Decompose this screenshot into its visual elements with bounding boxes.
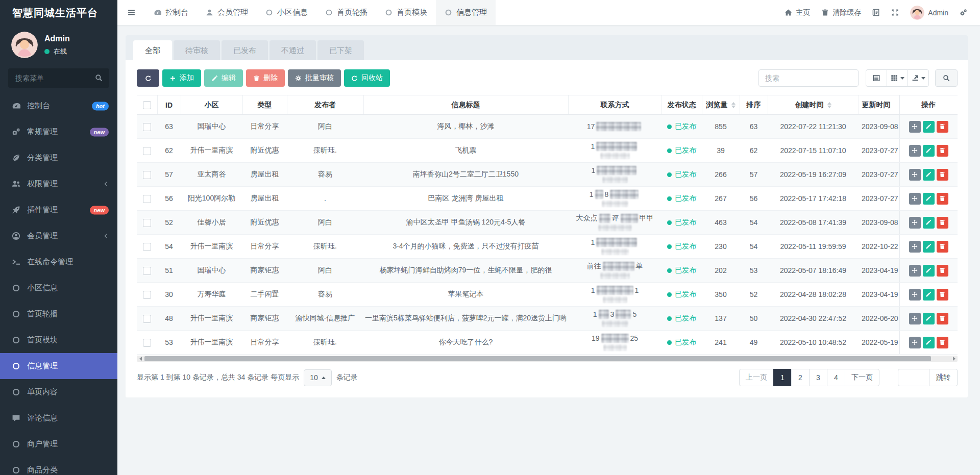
sidebar-item-14[interactable]: 商品分类 [0,457,117,475]
topnav-item-3[interactable]: 首页轮播 [316,0,376,25]
pagination-prev[interactable]: 上一页 [739,369,774,386]
topbar-admin-user[interactable]: Admin [904,0,954,25]
add-button[interactable]: 添加 [162,69,201,87]
sidebar-item-9[interactable]: 首页模块 [0,327,117,353]
column-header-10[interactable]: 创建时间 [768,95,859,115]
row-checkbox[interactable] [143,123,151,131]
row-edit-button[interactable] [923,265,935,277]
topbar-clear-cache[interactable]: 清除缓存 [816,0,867,25]
scrollbar-thumb[interactable] [144,356,931,361]
row-checkbox[interactable] [143,339,151,347]
topbar-docs[interactable] [867,0,886,25]
refresh-button[interactable] [137,69,159,87]
search-button[interactable] [935,69,958,87]
tab-all[interactable]: 全部 [133,40,172,60]
pagination-page-2[interactable]: 2 [791,369,810,386]
row-edit-button[interactable] [923,145,935,157]
sidebar-item-5[interactable]: 会员管理 [0,223,117,249]
scroll-right-arrow[interactable] [950,356,958,362]
sidebar-item-3[interactable]: 权限管理 [0,171,117,197]
row-move-button[interactable] [909,265,921,277]
detail-view-button[interactable] [866,69,887,87]
select-all-checkbox[interactable] [143,101,151,109]
pagination-page-3[interactable]: 3 [809,369,827,386]
row-checkbox[interactable] [143,243,151,251]
sidebar-item-8[interactable]: 首页轮播 [0,301,117,327]
sidebar-item-13[interactable]: 商户管理 [0,431,117,457]
topnav-item-1[interactable]: 会员管理 [197,0,257,25]
row-checkbox[interactable] [143,171,151,179]
row-checkbox[interactable] [143,195,151,203]
row-edit-button[interactable] [923,241,935,253]
row-delete-button[interactable] [937,289,948,301]
recycle-bin-button[interactable]: 回收站 [344,69,390,87]
menu-search-input[interactable] [8,68,109,88]
tab-pending[interactable]: 待审核 [174,40,220,60]
row-edit-button[interactable] [923,169,935,181]
row-checkbox[interactable] [143,291,151,299]
topnav-item-4[interactable]: 首页模块 [376,0,436,25]
row-move-button[interactable] [909,241,921,253]
edit-button[interactable]: 编辑 [204,69,243,87]
sidebar-item-7[interactable]: 小区信息 [0,275,117,301]
batch-audit-button[interactable]: 批量审核 [288,69,341,87]
row-delete-button[interactable] [937,169,948,181]
row-move-button[interactable] [909,289,921,301]
row-edit-button[interactable] [923,337,935,348]
topnav-item-0[interactable]: 控制台 [145,0,197,25]
jump-button[interactable]: 跳转 [929,369,958,386]
column-header-8[interactable]: 浏览量 [702,95,740,115]
sidebar-item-1[interactable]: 常规管理new [0,119,117,145]
row-checkbox[interactable] [143,219,151,227]
page-size-select[interactable]: 10 [304,369,332,386]
row-delete-button[interactable] [937,313,948,324]
jump-page-input[interactable] [898,369,929,386]
hamburger-icon[interactable] [117,0,145,25]
row-move-button[interactable] [909,337,921,348]
tab-offline[interactable]: 已下架 [317,40,364,60]
topbar-fullscreen[interactable] [886,0,904,25]
export-button[interactable] [908,69,929,87]
row-edit-button[interactable] [923,217,935,229]
row-delete-button[interactable] [937,337,948,348]
topbar-home[interactable]: 主页 [779,0,816,25]
sidebar-item-6[interactable]: 在线命令管理 [0,249,117,275]
pagination-page-1[interactable]: 1 [773,369,792,386]
sidebar-item-12[interactable]: 评论信息 [0,405,117,431]
row-delete-button[interactable] [937,193,948,205]
row-delete-button[interactable] [937,145,948,157]
tab-published[interactable]: 已发布 [222,40,268,60]
row-edit-button[interactable] [923,313,935,324]
tab-rejected[interactable]: 不通过 [270,40,316,60]
scroll-left-arrow[interactable] [137,356,144,362]
sidebar-item-2[interactable]: 分类管理 [0,145,117,171]
row-move-button[interactable] [909,217,921,229]
sort-carets-icon[interactable] [731,102,736,108]
row-checkbox[interactable] [143,147,151,155]
pagination-next[interactable]: 下一页 [845,369,879,386]
row-checkbox[interactable] [143,315,151,323]
row-edit-button[interactable] [923,289,935,301]
row-delete-button[interactable] [937,265,948,277]
pagination-page-4[interactable]: 4 [827,369,845,386]
topnav-item-5[interactable]: 信息管理 [436,0,496,25]
columns-button[interactable] [887,69,908,87]
topnav-item-2[interactable]: 小区信息 [257,0,316,25]
row-edit-button[interactable] [923,121,935,133]
sidebar-item-4[interactable]: 插件管理new [0,197,117,223]
row-delete-button[interactable] [937,241,948,253]
sidebar-item-0[interactable]: 控制台hot [0,93,117,119]
sidebar-item-10[interactable]: 信息管理 [0,353,117,379]
sort-carets-icon[interactable] [827,102,831,108]
row-checkbox[interactable] [143,267,151,275]
table-search-input[interactable] [758,69,859,87]
topbar-settings[interactable] [954,0,973,25]
sidebar-item-11[interactable]: 单页内容 [0,379,117,405]
avatar[interactable] [11,32,38,58]
row-edit-button[interactable] [923,193,935,205]
row-move-button[interactable] [909,145,921,157]
row-move-button[interactable] [909,121,921,133]
row-move-button[interactable] [909,193,921,205]
delete-button[interactable]: 删除 [246,69,285,87]
row-move-button[interactable] [909,313,921,324]
